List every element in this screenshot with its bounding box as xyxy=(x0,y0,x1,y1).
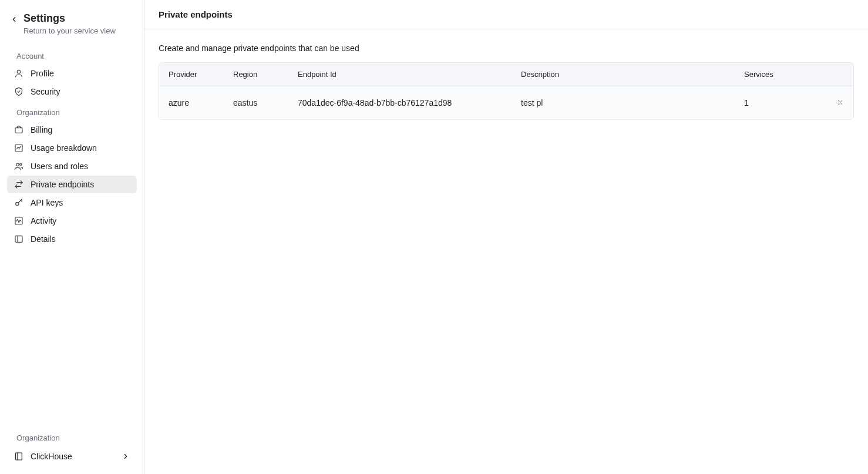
svg-point-3 xyxy=(16,163,19,166)
sidebar-item-label: Details xyxy=(31,234,56,244)
page-description: Create and manage private endpoints that… xyxy=(159,43,854,53)
org-switcher[interactable]: ClickHouse xyxy=(7,447,137,466)
sidebar-item-label: Private endpoints xyxy=(31,180,94,189)
table-header: Region xyxy=(224,63,288,86)
building-icon xyxy=(14,452,23,461)
sidebar-item-private-endpoints[interactable]: Private endpoints xyxy=(7,176,137,193)
sidebar-item-label: Usage breakdown xyxy=(31,143,97,153)
chart-icon xyxy=(14,143,23,153)
settings-title: Settings xyxy=(23,12,116,25)
users-icon xyxy=(14,162,23,171)
org-name: ClickHouse xyxy=(31,452,72,461)
swap-icon xyxy=(14,180,23,189)
back-button[interactable] xyxy=(9,15,19,24)
sidebar-item-label: Activity xyxy=(31,216,56,226)
sidebar-item-label: API keys xyxy=(31,198,63,207)
endpoints-table: ProviderRegionEndpoint IdDescriptionServ… xyxy=(159,62,854,120)
table-header: Services xyxy=(735,63,826,86)
cell-actions xyxy=(826,86,853,119)
svg-rect-1 xyxy=(15,128,22,133)
sidebar-item-activity[interactable]: Activity xyxy=(7,212,137,230)
key-icon xyxy=(14,198,23,207)
cell-region: eastus xyxy=(224,86,288,119)
sidebar-item-billing[interactable]: Billing xyxy=(7,121,137,139)
sidebar-item-users-and-roles[interactable]: Users and roles xyxy=(7,157,137,175)
sidebar-item-profile[interactable]: Profile xyxy=(7,65,137,82)
sidebar-header: Settings Return to your service view xyxy=(0,7,144,45)
cell-endpoint_id: 70da1dec-6f9a-48ad-b7bb-cb76127a1d98 xyxy=(288,86,512,119)
sidebar-item-usage-breakdown[interactable]: Usage breakdown xyxy=(7,139,137,157)
shield-icon xyxy=(14,87,23,96)
sidebar-item-details[interactable]: Details xyxy=(7,230,137,248)
panel-icon xyxy=(14,234,23,244)
main-content: Private endpoints Create and manage priv… xyxy=(144,0,868,474)
svg-point-4 xyxy=(20,163,22,165)
user-icon xyxy=(14,69,23,78)
cell-services: 1 xyxy=(735,86,826,119)
section-label: Organization xyxy=(0,101,144,120)
sidebar-item-api-keys[interactable]: API keys xyxy=(7,194,137,211)
table-header: Description xyxy=(512,63,735,86)
svg-rect-11 xyxy=(16,453,22,460)
close-icon xyxy=(837,99,843,106)
cell-description: test pl xyxy=(512,86,735,119)
svg-rect-9 xyxy=(15,236,22,243)
sidebar-item-label: Users and roles xyxy=(31,162,88,171)
sidebar-item-label: Billing xyxy=(31,125,52,135)
table-header-actions xyxy=(826,63,853,86)
page-title: Private endpoints xyxy=(144,0,868,29)
sidebar: Settings Return to your service view Acc… xyxy=(0,0,144,474)
delete-button[interactable] xyxy=(836,99,844,107)
cell-provider: azure xyxy=(159,86,224,119)
table-header: Provider xyxy=(159,63,224,86)
sidebar-item-label: Profile xyxy=(31,69,54,78)
chevron-right-icon xyxy=(122,452,130,460)
settings-subtitle[interactable]: Return to your service view xyxy=(23,26,116,35)
table-header: Endpoint Id xyxy=(288,63,512,86)
activity-icon xyxy=(14,216,23,226)
briefcase-icon xyxy=(14,125,23,135)
chevron-left-icon xyxy=(10,15,18,23)
footer-section-label: Organization xyxy=(0,426,144,446)
sidebar-item-label: Security xyxy=(31,87,60,96)
svg-point-0 xyxy=(17,70,20,73)
section-label: Account xyxy=(0,45,144,64)
sidebar-item-security[interactable]: Security xyxy=(7,83,137,100)
table-row: azureeastus70da1dec-6f9a-48ad-b7bb-cb761… xyxy=(159,86,853,119)
